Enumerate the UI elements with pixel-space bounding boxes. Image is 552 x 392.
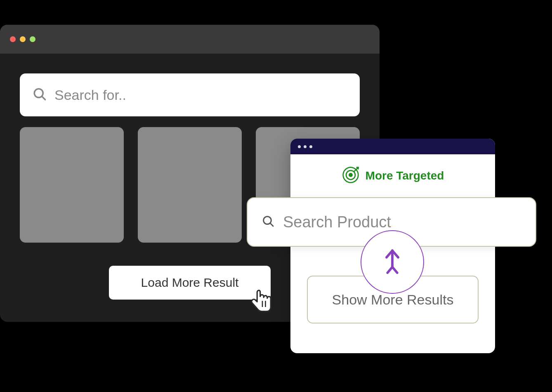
search-icon [262,215,275,229]
window-dot-icon [304,145,307,148]
traffic-light-zoom-icon[interactable] [30,36,35,42]
target-icon [342,166,360,186]
product-search-input[interactable] [283,213,521,231]
titlebar-light [290,139,495,154]
show-more-label: Show More Results [332,292,454,308]
merge-arrow-up-icon [381,248,404,276]
load-more-label: Load More Result [141,276,239,290]
traffic-light-close-icon[interactable] [10,36,16,42]
window-dot-icon [298,145,301,148]
cursor-pointer-icon [248,286,276,314]
badge-label: More Targeted [366,169,444,182]
traffic-light-minimize-icon[interactable] [20,36,26,42]
titlebar-dark [0,25,380,54]
svg-line-1 [42,97,45,100]
result-card[interactable] [138,127,242,243]
search-input[interactable] [54,87,347,103]
window-dot-icon [309,145,312,148]
merge-indicator [361,230,424,294]
result-card[interactable] [20,127,124,243]
svg-line-11 [270,223,273,226]
svg-point-6 [349,173,352,176]
search-icon [32,87,47,103]
search-bar[interactable] [20,73,360,116]
load-more-button[interactable]: Load More Result [109,266,271,300]
badge-row: More Targeted [290,166,495,186]
